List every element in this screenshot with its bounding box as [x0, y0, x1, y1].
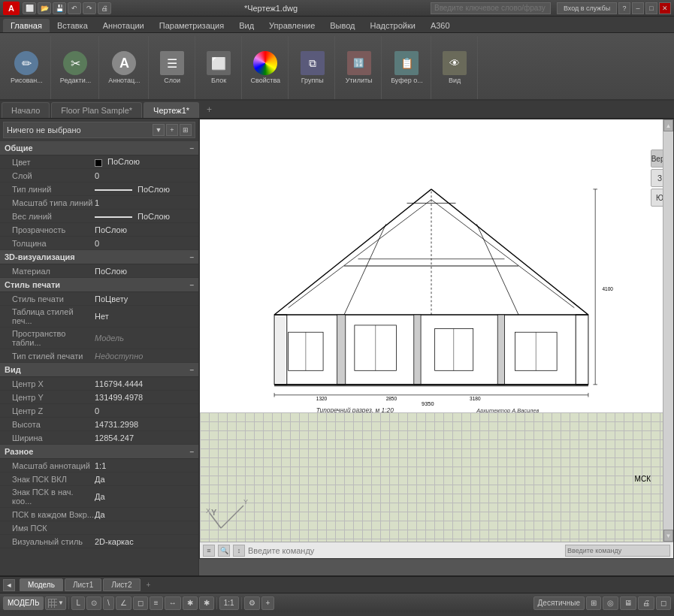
prop-transparency-value[interactable]: ПоСлою	[95, 225, 194, 234]
prop-center-y-value[interactable]: 131499.4978	[95, 393, 194, 402]
save-icon[interactable]: 💾	[53, 2, 66, 14]
cmd-icon3[interactable]: ↕	[233, 545, 245, 557]
drawing-area[interactable]: [-][Сверху][2D-каркас]	[199, 119, 674, 575]
undo-icon[interactable]: ↶	[68, 2, 81, 14]
prop-width-value[interactable]: 12854.247	[95, 433, 194, 442]
sheet-tab-layout2[interactable]: Лист2	[103, 578, 140, 591]
prop-ucs-origin-value[interactable]: Да	[95, 492, 194, 501]
prop-thickness-value[interactable]: 0	[95, 239, 194, 248]
sheet-tab-model[interactable]: Модель	[20, 578, 63, 591]
prop-ann-scale-value[interactable]: 1:1	[95, 461, 194, 470]
snap-btn[interactable]: L	[71, 596, 85, 610]
cmd-icon2[interactable]: 🔍	[218, 545, 230, 557]
tab-a360[interactable]: А360	[423, 19, 458, 32]
icon-btn3[interactable]: 🖥	[620, 596, 636, 610]
prop-height-value[interactable]: 14731.2998	[95, 420, 194, 429]
icon-btn4[interactable]: 🖨	[638, 596, 654, 610]
prop-linetype-value[interactable]: ПоСлою	[95, 185, 194, 194]
icon-btn1[interactable]: ⊞	[586, 596, 601, 610]
osnap-btn[interactable]: ∠	[116, 596, 131, 610]
tab-annotations[interactable]: Аннотации	[95, 19, 152, 32]
icon-btn5[interactable]: ◻	[656, 596, 671, 610]
dropdown-arrow[interactable]: ▼	[153, 124, 165, 136]
doc-tab-drawing1[interactable]: Чертеж1*	[144, 102, 199, 118]
close-button[interactable]: ✕	[659, 2, 671, 14]
prop-lineweight-value[interactable]: ПоСлою	[95, 212, 194, 221]
minimize-button[interactable]: –	[632, 2, 644, 14]
properties-button[interactable]: Свойства	[248, 50, 284, 86]
print-icon[interactable]: 🖨	[98, 2, 111, 14]
icon-btn2[interactable]: ◎	[603, 596, 618, 610]
sheet-tab-layout1[interactable]: Лист1	[65, 578, 101, 591]
cmd-icon1[interactable]: ≡	[203, 545, 215, 557]
scale-btn[interactable]: 1:1	[219, 596, 239, 610]
edit-button[interactable]: ✂ Редакти...	[57, 50, 94, 86]
selection-dropdown[interactable]: Ничего не выбрано ▼ + ⊞	[3, 122, 195, 138]
prop-color-value[interactable]: ПоСлою	[95, 157, 194, 166]
scrollbar-down[interactable]: ▼	[663, 530, 673, 542]
grid-dropdown[interactable]: ▼	[58, 599, 64, 606]
open-icon[interactable]: 📂	[38, 2, 51, 14]
ribbon-group-draw-icons: ✏ Рисован...	[8, 36, 46, 99]
isolate-btn[interactable]: +	[261, 596, 275, 610]
quick-select-icon[interactable]: ⊞	[180, 124, 192, 136]
qp-btn[interactable]: ✱	[199, 596, 214, 610]
tab-view[interactable]: Вид	[231, 19, 261, 32]
model-label[interactable]: МОДЕЛЬ	[3, 596, 44, 610]
tab-manage[interactable]: Управление	[261, 19, 322, 32]
help-button[interactable]: ?	[618, 2, 630, 14]
otrack-btn[interactable]: ◻	[133, 596, 148, 610]
vertical-scrollbar[interactable]: ▲ ▼	[663, 119, 673, 542]
tab-plugins[interactable]: Надстройки	[363, 19, 423, 32]
redo-icon[interactable]: ↷	[83, 2, 96, 14]
tmode-btn[interactable]: ✱	[183, 596, 198, 610]
scrollbar-up[interactable]: ▲	[663, 119, 673, 131]
doc-tab-start[interactable]: Начало	[2, 102, 50, 118]
section-general-header[interactable]: Общие –	[0, 141, 198, 156]
block-button[interactable]: ⬜ Блок	[202, 50, 235, 86]
add-prop-icon[interactable]: +	[166, 124, 178, 136]
prop-center-x-value[interactable]: 116794.4444	[95, 379, 194, 388]
units-btn[interactable]: Десятичные	[533, 596, 585, 610]
tab-output[interactable]: Вывод	[322, 19, 362, 32]
groups-button[interactable]: ⧉ Группы	[296, 50, 329, 86]
new-icon[interactable]: ⬜	[23, 2, 36, 14]
prop-print-style-value[interactable]: ПоЦвету	[95, 294, 194, 303]
login-button[interactable]: Вход в службы	[557, 2, 617, 14]
command-input[interactable]	[248, 546, 562, 555]
lweight-btn[interactable]: ↔	[165, 596, 181, 610]
prop-layer-value[interactable]: 0	[95, 171, 194, 180]
dynin-btn[interactable]: ≡	[150, 596, 163, 610]
section-print-header[interactable]: Стиль печати –	[0, 278, 198, 292]
sheet-nav-left[interactable]: ◄	[3, 579, 15, 591]
maximize-button[interactable]: □	[645, 2, 657, 14]
prop-linescale-value[interactable]: 1	[95, 198, 194, 207]
grid-toggle[interactable]: ▼	[45, 596, 66, 610]
layers-button[interactable]: ☰ Слои	[156, 50, 189, 86]
draw-button[interactable]: ✏ Рисован...	[8, 50, 46, 86]
tab-parametrics[interactable]: Параметризация	[152, 19, 231, 32]
prop-ucs-per-vp-value[interactable]: Да	[95, 510, 194, 519]
clipboard-button[interactable]: 📋 Буфер о...	[388, 50, 426, 86]
prop-visual-style-value[interactable]: 2D-каркас	[95, 537, 194, 546]
section-misc-header[interactable]: Разное –	[0, 445, 198, 459]
drawing-viewport[interactable]: [-][Сверху][2D-каркас]	[199, 119, 674, 559]
doc-tab-add[interactable]: +	[201, 101, 218, 118]
ortho-btn[interactable]: ⊙	[86, 596, 101, 610]
section-view-header[interactable]: Вид –	[0, 363, 198, 377]
section-3d-header[interactable]: 3D-визуализация –	[0, 250, 198, 264]
prop-material-value[interactable]: ПоСлою	[95, 267, 194, 276]
sheet-tab-add[interactable]: +	[142, 579, 156, 590]
tab-home[interactable]: Главная	[3, 19, 50, 32]
prop-center-z-value[interactable]: 0	[95, 406, 194, 415]
prop-ucs-on-value[interactable]: Да	[95, 475, 194, 484]
settings-btn[interactable]: ⚙	[244, 596, 260, 610]
polar-btn[interactable]: \	[103, 596, 114, 610]
utilities-button[interactable]: 🔢 Утилиты	[343, 50, 376, 86]
annotation-button[interactable]: A Аннотац...	[105, 50, 143, 86]
doc-tab-floorplan[interactable]: Floor Plan Sample*	[51, 102, 142, 118]
tab-insert[interactable]: Вставка	[50, 19, 95, 32]
prop-style-table-value[interactable]: Нет	[95, 312, 194, 321]
search-input[interactable]	[431, 2, 551, 14]
view-button[interactable]: 👁 Вид	[438, 50, 471, 86]
